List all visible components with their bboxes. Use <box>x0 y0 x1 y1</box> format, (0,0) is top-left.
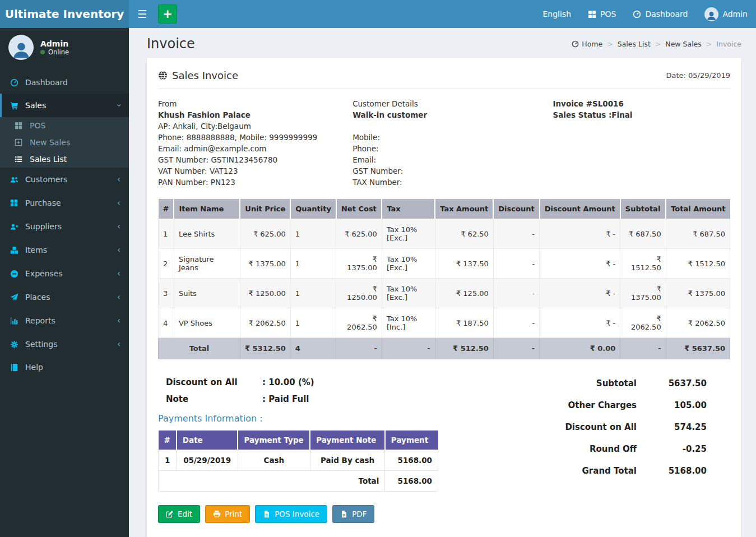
payments-table: # Date Payment Type Payment Note Payment… <box>158 430 438 492</box>
sidebar-item-places[interactable]: Places ‹ <box>0 285 129 309</box>
printer-icon <box>213 510 221 518</box>
summary-label: Subtotal <box>596 378 637 388</box>
discount-on-all-value: : 10.00 (%) <box>262 377 314 387</box>
from-name: Khush Fashion Palace <box>158 109 353 121</box>
invoice-number: Invoice #SL0016 <box>553 98 730 109</box>
chevron-left-icon: ‹ <box>117 268 120 279</box>
pos-invoice-button[interactable]: POS Invoice <box>255 505 327 523</box>
note-value: : Paid Full <box>262 394 309 404</box>
cell: Signature Jeans <box>174 249 240 279</box>
navbar-pos-link[interactable]: POS <box>579 0 624 28</box>
cart-icon <box>8 101 20 110</box>
cell: VP Shoes <box>174 308 240 338</box>
navbar-dashboard-label: Dashboard <box>645 10 688 18</box>
sidebar-item-purchase[interactable]: Purchase ‹ <box>0 191 129 215</box>
sidebar-item-settings[interactable]: Settings ‹ <box>0 332 129 356</box>
sidebar-item-reports[interactable]: Reports ‹ <box>0 309 129 332</box>
summary-round-off-row: Round Off -0.25 <box>456 444 707 454</box>
sidebar-item-expenses[interactable]: Expenses ‹ <box>0 262 129 285</box>
pdf-button[interactable]: PDF <box>332 505 374 523</box>
cell: - <box>493 308 539 338</box>
content-header: Invoice Home > Sales List > New Sales > … <box>129 28 756 58</box>
sidebar-item-new-sales[interactable]: New Sales <box>0 134 129 151</box>
dashboard-icon <box>633 10 641 18</box>
chevron-left-icon: ‹ <box>117 292 120 302</box>
invoice-date: Date: 05/29/2019 <box>666 71 730 80</box>
cell: ₹ 125.00 <box>435 279 493 308</box>
sidebar-item-suppliers[interactable]: Suppliers ‹ <box>0 215 129 238</box>
book-icon <box>8 363 20 372</box>
cell: 4 <box>159 308 174 338</box>
customer-gst: GST Number: <box>353 165 553 177</box>
language-menu[interactable]: English <box>534 0 579 28</box>
breadcrumb: Home > Sales List > New Sales > Invoice <box>572 40 741 48</box>
user-menu-label: Admin <box>722 10 748 18</box>
cell: Cash <box>238 450 310 471</box>
column-header: Net Cost <box>336 199 382 219</box>
sidebar-item-label: Places <box>25 293 50 302</box>
breadcrumb-new-sales[interactable]: New Sales <box>665 40 702 48</box>
column-header: Tax Amount <box>435 199 493 219</box>
items-table: # Item Name Unit Price Quantity Net Cost… <box>158 199 730 359</box>
cell: - <box>382 338 435 359</box>
column-header: Subtotal <box>620 199 666 219</box>
column-header: # <box>159 199 174 219</box>
app-brand[interactable]: Ultimate Inventory <box>0 0 129 28</box>
column-header: Payment <box>385 430 438 450</box>
payments-total-row: Total 5168.00 <box>159 471 438 492</box>
sidebar-item-sales[interactable]: Sales ‹ <box>0 94 129 117</box>
sidebar-item-sales-list[interactable]: Sales List <box>0 151 129 168</box>
cell: ₹ - <box>540 279 620 308</box>
items-total-row: Total ₹ 5312.50 4 - - ₹ 512.50 - ₹ 0.00 … <box>159 338 730 359</box>
sidebar-user-status[interactable]: Online <box>40 48 69 56</box>
cell: ₹ 1512.50 <box>620 249 666 279</box>
chevron-left-icon: ‹ <box>117 339 120 349</box>
summary-value: 105.00 <box>637 400 707 410</box>
from-block: From Khush Fashion Palace AP: Ankali, Ci… <box>158 98 353 188</box>
user-menu[interactable]: Admin <box>696 0 756 28</box>
sidebar-item-label: Sales List <box>30 155 67 164</box>
breadcrumb-separator: > <box>607 40 613 48</box>
sidebar-item-pos[interactable]: POS <box>0 117 129 134</box>
customer-phone: Phone: <box>353 143 553 154</box>
action-buttons: Edit Print POS Invoice PDF <box>158 505 456 523</box>
cell: ₹ 137.50 <box>435 249 493 279</box>
chevron-down-icon: ‹ <box>117 100 120 110</box>
language-label: English <box>542 10 571 18</box>
dashboard-icon <box>8 78 20 87</box>
navbar-dashboard-link[interactable]: Dashboard <box>624 0 696 28</box>
sidebar-item-customers[interactable]: Customers ‹ <box>0 168 129 191</box>
cell: - <box>493 249 539 279</box>
invoice-heading: Sales Invoice <box>158 70 238 81</box>
breadcrumb-current: Invoice <box>716 40 741 48</box>
column-header: Quantity <box>290 199 336 219</box>
cell: ₹ - <box>540 249 620 279</box>
breadcrumb-sales-list[interactable]: Sales List <box>618 40 651 48</box>
sidebar-item-items[interactable]: Items ‹ <box>0 238 129 262</box>
quick-add-button[interactable]: + <box>158 4 177 24</box>
totals-summary: Subtotal 5637.50 Other Charges 105.00 Di… <box>456 372 730 523</box>
summary-discount-row: Discount on All 574.25 <box>456 422 707 432</box>
from-vat: VAT Number: VAT123 <box>158 165 353 177</box>
sidebar-item-label: POS <box>30 121 45 130</box>
cell: ₹ 2062.50 <box>336 308 382 338</box>
column-header: Discount <box>493 199 539 219</box>
table-row: 4 VP Shoes ₹ 2062.50 1 ₹ 2062.50 Tax 10%… <box>159 308 730 338</box>
edit-icon <box>166 510 174 518</box>
cell: ₹ - <box>540 219 620 249</box>
sidebar-item-help[interactable]: Help <box>0 356 129 378</box>
paper-plane-icon <box>8 293 20 302</box>
sidebar-item-label: Reports <box>25 316 55 325</box>
cell: Paid By cash <box>310 450 385 471</box>
sidebar-item-dashboard[interactable]: Dashboard <box>0 71 129 94</box>
cell: Lee Shirts <box>174 219 240 249</box>
invoice-lower-section: Discount on All : 10.00 (%) Note : Paid … <box>158 372 730 523</box>
sidebar-toggle-icon[interactable]: ☰ <box>129 0 155 28</box>
table-row: 3 Suits ₹ 1250.00 1 ₹ 1250.00 Tax 10%[Ex… <box>159 279 730 308</box>
payments-heading: Payments Information : <box>158 413 456 424</box>
print-button[interactable]: Print <box>205 505 250 523</box>
online-status-icon <box>40 50 45 54</box>
edit-button[interactable]: Edit <box>158 505 200 523</box>
breadcrumb-home[interactable]: Home <box>572 40 602 48</box>
cell: ₹ 2062.50 <box>620 308 666 338</box>
